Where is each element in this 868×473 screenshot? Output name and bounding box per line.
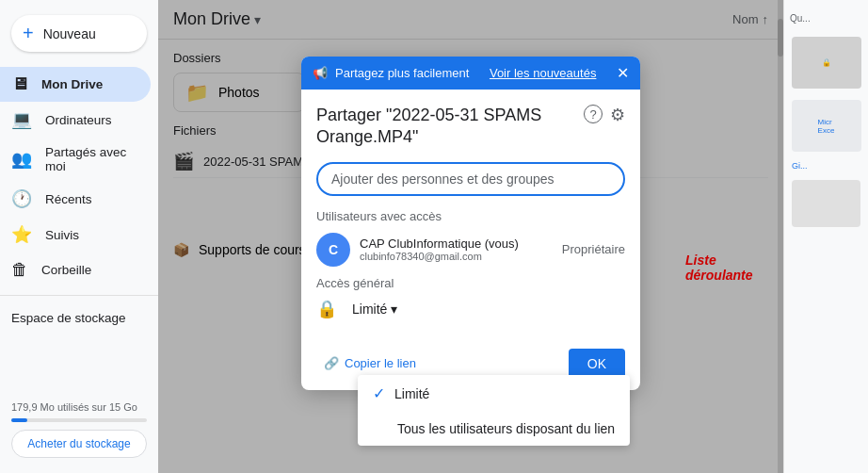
user-info: CAP ClubInformatique (vous) clubinfo7834… [360, 236, 553, 262]
share-modal: 📢 Partagez plus facilement Voir les nouv… [301, 57, 640, 390]
sidebar-item-suivis[interactable]: ⭐ Suivis [0, 217, 151, 253]
sidebar-item-label: Récents [45, 192, 92, 206]
storage-section: 179,9 Mo utilisés sur 15 Go Acheter du s… [0, 394, 158, 465]
modal-body: Partager "2022-05-31 SPAMS Orange.MP4" ?… [301, 90, 640, 341]
annotation-text: Liste déroulante [685, 253, 783, 283]
plus-icon: + [23, 23, 34, 44]
sidebar-item-storage[interactable]: Espace de stockage [0, 303, 151, 333]
access-section-title: Utilisateurs avec accès [316, 209, 625, 223]
sidebar-item-label: Ordinateurs [45, 113, 112, 127]
sidebar-nav: 🖥 Mon Drive 💻 Ordinateurs 👥 Partagés ave… [0, 67, 158, 287]
main-content: Mon Drive ▾ Nom ↑ Dossiers 📁 Photos Fich… [158, 0, 783, 473]
sidebar-item-mon-drive[interactable]: 🖥 Mon Drive [0, 67, 151, 102]
modal-overlay: 📢 Partagez plus facilement Voir les nouv… [158, 0, 783, 473]
sidebar-item-recents[interactable]: 🕐 Récents [0, 181, 151, 217]
recent-icon: 🕐 [11, 188, 32, 209]
megaphone-icon: 📢 [313, 66, 328, 80]
sidebar-item-label: Mon Drive [41, 77, 103, 91]
storage-bar [11, 418, 147, 422]
new-button-label: Nouveau [43, 26, 96, 41]
avatar: C [316, 233, 350, 267]
dropdown-menu: ✓ Limité Tous les utilisateurs disposant… [358, 375, 630, 446]
dropdown-option-1: Limité [394, 386, 429, 401]
access-dropdown-button[interactable]: Limité ▾ [345, 298, 405, 320]
modal-title: Partager "2022-05-31 SPAMS Orange.MP4" [316, 105, 584, 149]
trash-icon: 🗑 [11, 260, 28, 280]
access-dropdown-row: 🔒 Limité ▾ [316, 298, 625, 320]
ok-button[interactable]: OK [569, 349, 625, 379]
user-email: clubinfo78340@gmail.com [360, 251, 553, 262]
right-panel-label: Qu... [784, 8, 868, 29]
right-panel-thumb-1[interactable]: 🔒 [792, 37, 861, 89]
storage-label: Espace de stockage [11, 311, 126, 325]
copy-link-button[interactable]: 🔗 Copier le lien [316, 351, 424, 376]
general-access-title: Accès général [316, 276, 625, 290]
sidebar-item-label: Corbeille [41, 263, 91, 277]
starred-icon: ⭐ [11, 224, 32, 245]
modal-banner: 📢 Partagez plus facilement Voir les nouv… [301, 57, 640, 90]
sidebar: + Nouveau 🖥 Mon Drive 💻 Ordinateurs 👥 Pa… [0, 0, 158, 473]
drive-icon: 🖥 [11, 74, 28, 94]
storage-used-text: 179,9 Mo utilisés sur 15 Go [11, 401, 147, 413]
right-panel-link[interactable]: Gi... [788, 159, 864, 172]
modal-title-icons: ? ⚙ [584, 105, 625, 125]
user-row: C CAP ClubInformatique (vous) clubinfo78… [316, 233, 625, 267]
right-panel-thumb-2[interactable]: MicrExce [792, 100, 861, 152]
close-modal-button[interactable]: ✕ [617, 64, 629, 82]
link-icon: 🔗 [324, 356, 339, 370]
settings-icon[interactable]: ⚙ [610, 105, 625, 125]
new-button[interactable]: + Nouveau [11, 15, 147, 52]
right-panel-thumb-3[interactable] [792, 180, 860, 227]
dropdown-current-value: Limité [352, 302, 387, 317]
dropdown-option-2: Tous les utilisateurs disposant du lien [397, 421, 615, 436]
sidebar-item-ordinateurs[interactable]: 💻 Ordinateurs [0, 102, 151, 138]
modal-banner-left: 📢 Partagez plus facilement [313, 66, 469, 80]
modal-banner-text: Partagez plus facilement [335, 66, 469, 80]
sidebar-item-label: Partagés avec moi [45, 145, 139, 173]
sidebar-divider [0, 295, 158, 296]
buy-storage-button[interactable]: Acheter du stockage [11, 430, 147, 458]
dropdown-item-limite[interactable]: ✓ Limité [358, 375, 630, 412]
check-icon: ✓ [373, 384, 385, 402]
add-people-input[interactable]: Ajouter des personnes et des groupes [316, 162, 625, 196]
lock-icon: 🔒 [316, 299, 337, 319]
help-icon[interactable]: ? [584, 105, 603, 123]
shared-icon: 👥 [11, 149, 32, 170]
sidebar-item-partages[interactable]: 👥 Partagés avec moi [0, 138, 151, 181]
storage-bar-fill [11, 418, 27, 422]
computer-icon: 💻 [11, 109, 32, 130]
dropdown-item-all-users[interactable]: Tous les utilisateurs disposant du lien [358, 412, 630, 446]
dropdown-arrow-icon: ▾ [391, 302, 397, 317]
modal-title-row: Partager "2022-05-31 SPAMS Orange.MP4" ?… [316, 105, 625, 149]
copy-link-label: Copier le lien [345, 356, 416, 370]
add-people-placeholder: Ajouter des personnes et des groupes [331, 171, 555, 187]
see-new-link[interactable]: Voir les nouveautés [490, 66, 596, 80]
right-panel: Qu... 🔒 MicrExce Gi... [783, 0, 868, 473]
sidebar-item-label: Suivis [45, 228, 79, 242]
user-name: CAP ClubInformatique (vous) [360, 236, 553, 251]
user-role: Propriétaire [562, 242, 625, 256]
sidebar-item-corbeille[interactable]: 🗑 Corbeille [0, 253, 151, 287]
